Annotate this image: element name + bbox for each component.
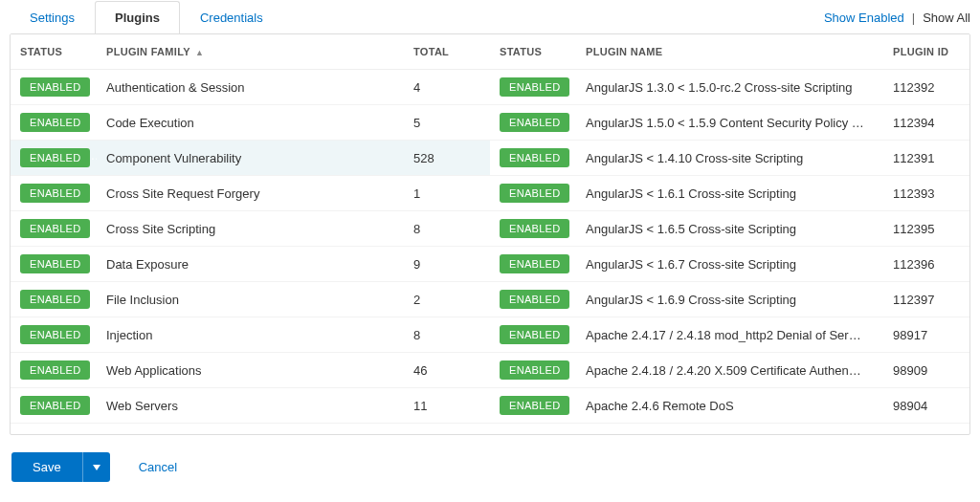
family-total-cell: 4	[404, 70, 490, 105]
family-total-cell: 528	[404, 141, 490, 176]
plugin-status-header[interactable]: STATUS	[490, 34, 576, 70]
family-total-cell: 5	[404, 105, 490, 141]
status-badge[interactable]: ENABLED	[500, 148, 569, 167]
family-total-cell: 2	[404, 282, 490, 317]
status-badge[interactable]: ENABLED	[500, 77, 569, 97]
tab-credentials[interactable]: Credentials	[180, 1, 283, 33]
family-total-cell: 1	[404, 176, 490, 211]
table-row[interactable]: ENABLEDData Exposure9	[11, 247, 490, 282]
status-badge[interactable]: ENABLED	[20, 113, 90, 132]
status-badge[interactable]: ENABLED	[20, 148, 90, 167]
tab-plugins[interactable]: Plugins	[95, 1, 180, 33]
filter-links: Show Enabled | Show All	[824, 11, 970, 25]
status-badge[interactable]: ENABLED	[20, 254, 90, 273]
plugin-table: STATUS PLUGIN NAME PLUGIN ID ENABLEDAngu…	[490, 34, 969, 424]
footer: Save Cancel	[0, 441, 980, 497]
plugin-id-cell: 112396	[883, 247, 969, 282]
table-row[interactable]: ENABLEDInjection8	[11, 317, 490, 353]
family-name-cell: Code Execution	[97, 105, 404, 141]
table-row[interactable]: ENABLEDAngularJS < 1.6.5 Cross-site Scri…	[490, 211, 969, 247]
table-row[interactable]: ENABLEDCross Site Request Forgery1	[11, 176, 490, 211]
table-row[interactable]: ENABLEDAngularJS 1.5.0 < 1.5.9 Content S…	[490, 105, 969, 141]
plugin-name-cell: AngularJS 1.5.0 < 1.5.9 Content Security…	[576, 105, 883, 141]
status-badge[interactable]: ENABLED	[20, 290, 90, 309]
status-badge[interactable]: ENABLED	[500, 360, 569, 380]
tabs: Settings Plugins Credentials	[10, 1, 824, 33]
plugin-name-cell: AngularJS < 1.6.5 Cross-site Scripting	[576, 211, 883, 247]
table-row[interactable]: ENABLEDCode Execution5	[11, 105, 490, 141]
tab-settings[interactable]: Settings	[10, 1, 95, 33]
show-all-link[interactable]: Show All	[923, 11, 970, 25]
table-row[interactable]: ENABLEDAuthentication & Session4	[11, 70, 490, 105]
status-badge[interactable]: ENABLED	[20, 219, 90, 238]
family-total-cell: 8	[404, 211, 490, 247]
status-badge[interactable]: ENABLED	[20, 360, 90, 380]
plugin-name-header[interactable]: PLUGIN NAME	[576, 34, 883, 70]
plugin-name-cell: AngularJS < 1.6.1 Cross-site Scripting	[576, 176, 883, 211]
table-row[interactable]: ENABLEDApache 2.4.6 Remote DoS98904	[490, 388, 969, 424]
plugin-id-cell: 98917	[883, 317, 969, 353]
plugin-pane: STATUS PLUGIN NAME PLUGIN ID ENABLEDAngu…	[490, 34, 969, 434]
table-row[interactable]: ENABLEDApache 2.4.18 / 2.4.20 X.509 Cert…	[490, 353, 969, 388]
table-row[interactable]: ENABLEDAngularJS < 1.6.1 Cross-site Scri…	[490, 176, 969, 211]
table-row[interactable]: ENABLEDCross Site Scripting8	[11, 211, 490, 247]
plugin-name-cell: Apache 2.4.17 / 2.4.18 mod_http2 Denial …	[576, 317, 883, 353]
status-badge[interactable]: ENABLED	[500, 254, 569, 273]
plugin-id-cell: 98909	[883, 353, 969, 388]
status-badge[interactable]: ENABLED	[500, 396, 569, 415]
table-row[interactable]: ENABLEDFile Inclusion2	[11, 282, 490, 317]
save-button[interactable]: Save	[11, 452, 110, 482]
family-name-cell: Authentication & Session	[97, 70, 404, 105]
status-badge[interactable]: ENABLED	[500, 184, 569, 203]
family-name-cell: File Inclusion	[97, 282, 404, 317]
plugin-name-cell: Apache 2.4.18 / 2.4.20 X.509 Certificate…	[576, 353, 883, 388]
status-badge[interactable]: ENABLED	[500, 219, 569, 238]
cancel-button[interactable]: Cancel	[139, 460, 177, 474]
plugin-id-cell: 112391	[883, 141, 969, 176]
sort-asc-icon: ▲	[195, 48, 204, 57]
chevron-down-icon	[93, 465, 100, 470]
plugin-name-cell: AngularJS < 1.4.10 Cross-site Scripting	[576, 141, 883, 176]
family-total-cell: 46	[404, 353, 490, 388]
save-dropdown-caret[interactable]	[82, 452, 110, 482]
status-badge[interactable]: ENABLED	[500, 113, 569, 132]
family-total-header[interactable]: TOTAL	[404, 34, 490, 70]
status-badge[interactable]: ENABLED	[20, 325, 90, 344]
family-name-cell: Cross Site Request Forgery	[97, 176, 404, 211]
table-row[interactable]: ENABLEDAngularJS < 1.6.7 Cross-site Scri…	[490, 247, 969, 282]
family-total-cell: 8	[404, 317, 490, 353]
table-row[interactable]: ENABLEDComponent Vulnerability528	[11, 141, 490, 176]
family-name-header-text: PLUGIN FAMILY	[106, 46, 190, 57]
family-name-cell: Web Applications	[97, 353, 404, 388]
plugin-id-header[interactable]: PLUGIN ID	[883, 34, 969, 70]
family-scroll[interactable]: STATUS PLUGIN FAMILY ▲ TOTAL ENABLEDAuth…	[11, 34, 490, 434]
family-name-cell: Web Servers	[97, 388, 404, 424]
family-status-header[interactable]: STATUS	[11, 34, 97, 70]
show-enabled-link[interactable]: Show Enabled	[824, 11, 904, 25]
family-name-cell: Cross Site Scripting	[97, 211, 404, 247]
plugin-id-cell: 112395	[883, 211, 969, 247]
status-badge[interactable]: ENABLED	[20, 184, 90, 203]
table-row[interactable]: ENABLEDAngularJS < 1.6.9 Cross-site Scri…	[490, 282, 969, 317]
family-name-header[interactable]: PLUGIN FAMILY ▲	[97, 34, 404, 70]
plugin-name-cell: AngularJS < 1.6.9 Cross-site Scripting	[576, 282, 883, 317]
topbar: Settings Plugins Credentials Show Enable…	[0, 0, 980, 34]
plugin-scroll[interactable]: STATUS PLUGIN NAME PLUGIN ID ENABLEDAngu…	[490, 34, 969, 434]
plugin-name-cell: AngularJS < 1.6.7 Cross-site Scripting	[576, 247, 883, 282]
table-row[interactable]: ENABLEDWeb Applications46	[11, 353, 490, 388]
family-table: STATUS PLUGIN FAMILY ▲ TOTAL ENABLEDAuth…	[11, 34, 490, 424]
family-name-cell: Data Exposure	[97, 247, 404, 282]
plugin-id-cell: 112397	[883, 282, 969, 317]
table-row[interactable]: ENABLEDAngularJS 1.3.0 < 1.5.0-rc.2 Cros…	[490, 70, 969, 105]
table-row[interactable]: ENABLEDAngularJS < 1.4.10 Cross-site Scr…	[490, 141, 969, 176]
status-badge[interactable]: ENABLED	[20, 77, 90, 97]
status-badge[interactable]: ENABLED	[20, 396, 90, 415]
status-badge[interactable]: ENABLED	[500, 325, 569, 344]
table-row[interactable]: ENABLEDWeb Servers11	[11, 388, 490, 424]
plugin-name-cell: Apache 2.4.6 Remote DoS	[576, 388, 883, 424]
family-name-cell: Injection	[97, 317, 404, 353]
status-badge[interactable]: ENABLED	[500, 290, 569, 309]
family-total-cell: 9	[404, 247, 490, 282]
plugin-id-cell: 98904	[883, 388, 969, 424]
table-row[interactable]: ENABLEDApache 2.4.17 / 2.4.18 mod_http2 …	[490, 317, 969, 353]
